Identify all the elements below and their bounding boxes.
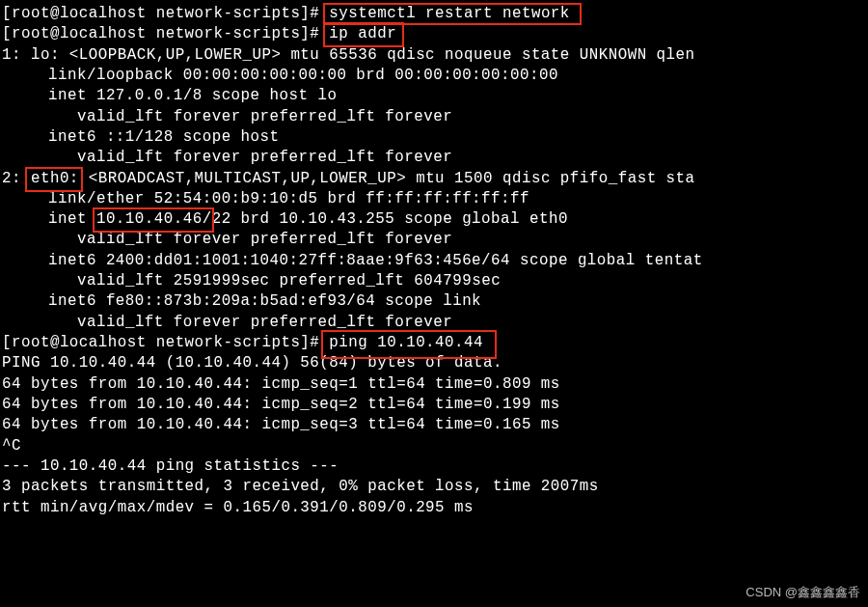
iface-name-eth0: eth0: (31, 170, 79, 187)
ctrl-c: ^C (2, 436, 866, 456)
iface-lo-valid: valid_lft forever preferred_lft forever (2, 148, 866, 168)
cmd-restart-network: systemctl restart network (329, 5, 570, 22)
cmd-line-ipaddr[interactable]: [root@localhost network-scripts]# ip add… (2, 24, 866, 44)
cmd-line-ping[interactable]: [root@localhost network-scripts]# ping 1… (2, 333, 866, 353)
ping-stats: 3 packets transmitted, 3 received, 0% pa… (2, 477, 866, 497)
iface-lo-link: link/loopback 00:00:00:00:00:00 brd 00:0… (2, 66, 866, 86)
cmd-line-restart[interactable]: [root@localhost network-scripts]# system… (2, 4, 866, 24)
watermark: CSDN @鑫鑫鑫鑫香 (746, 584, 860, 601)
ping-reply: 64 bytes from 10.10.40.44: icmp_seq=2 tt… (2, 395, 866, 415)
iface-lo-inet: inet 127.0.0.1/8 scope host lo (2, 86, 866, 106)
ping-stats-header: --- 10.10.40.44 ping statistics --- (2, 456, 866, 477)
ping-reply: 64 bytes from 10.10.40.44: icmp_seq=1 tt… (2, 374, 866, 395)
ping-stats: rtt min/avg/max/mdev = 0.165/0.391/0.809… (2, 498, 866, 518)
iface-eth0-link: link/ether 52:54:00:b9:10:d5 brd ff:ff:f… (2, 189, 866, 209)
eth0-ip-address: 10.10.40.46/ (96, 210, 212, 228)
cmd-ip-addr: ip addr (329, 25, 396, 42)
iface-eth0-inet: inet 10.10.40.46/22 brd 10.10.43.255 sco… (2, 209, 866, 230)
iface-eth0-valid: valid_lft 2591999sec preferred_lft 60479… (2, 271, 866, 291)
shell-prompt: [root@localhost network-scripts]# (2, 334, 319, 351)
iface-lo-valid: valid_lft forever preferred_lft forever (2, 107, 866, 127)
iface-eth0-inet6: inet6 fe80::873b:209a:b5ad:ef93/64 scope… (2, 291, 866, 312)
iface-eth0-inet6: inet6 2400:dd01:1001:1040:27ff:8aae:9f63… (2, 251, 866, 271)
iface-eth0-valid: valid_lft forever preferred_lft forever (2, 313, 866, 333)
shell-prompt: [root@localhost network-scripts]# (2, 5, 319, 22)
cmd-ping: ping 10.10.40.44 (329, 334, 483, 351)
iface-eth0-header: 2: eth0: <BROADCAST,MULTICAST,UP,LOWER_U… (2, 169, 866, 189)
iface-lo-inet6: inet6 ::1/128 scope host (2, 127, 866, 148)
terminal-output: [root@localhost network-scripts]# system… (2, 4, 866, 518)
shell-prompt: [root@localhost network-scripts]# (2, 25, 319, 42)
ping-header: PING 10.10.40.44 (10.10.40.44) 56(84) by… (2, 353, 866, 373)
ping-reply: 64 bytes from 10.10.40.44: icmp_seq=3 tt… (2, 415, 866, 435)
iface-lo-header: 1: lo: <LOOPBACK,UP,LOWER_UP> mtu 65536 … (2, 45, 866, 66)
iface-eth0-valid: valid_lft forever preferred_lft forever (2, 230, 866, 250)
